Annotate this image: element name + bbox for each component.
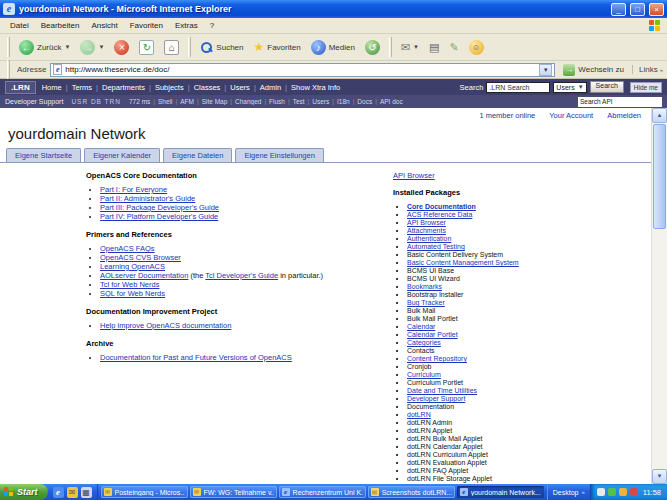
package-link[interactable]: Date and Time Utilities	[407, 387, 477, 394]
lrn-search-input[interactable]	[486, 82, 550, 93]
package-link[interactable]: Bookmarks	[407, 283, 442, 290]
vertical-scrollbar[interactable]: ▲ ▼	[651, 108, 667, 484]
scrollbar-track[interactable]	[652, 123, 667, 469]
doc-link[interactable]: Part I: For Everyone	[100, 185, 167, 194]
lrn-nav-subjects[interactable]: Subjects	[155, 83, 184, 92]
doc-link[interactable]: Part III: Package Developer's Guide	[100, 203, 219, 212]
developer-toggles[interactable]: USR DB TRN	[71, 98, 121, 105]
links-toolbar[interactable]: Links »	[632, 65, 663, 74]
tray-icon[interactable]	[630, 488, 638, 496]
history-button[interactable]: ↺	[361, 38, 384, 57]
dev-stat-shell[interactable]: Shell	[158, 98, 172, 105]
dev-stat-flush[interactable]: Flush	[269, 98, 285, 105]
address-bar-grip[interactable]	[7, 60, 10, 80]
package-link[interactable]: Categories	[407, 339, 441, 346]
package-link[interactable]: Calendar Portlet	[407, 331, 458, 338]
quick-launch-show-desktop-icon[interactable]: ▦	[81, 487, 92, 498]
dev-stat-docs[interactable]: Docs	[357, 98, 372, 105]
menu-item-bearbeiten[interactable]: Bearbeiten	[35, 21, 86, 30]
favorites-button[interactable]: ★ Favoriten	[250, 38, 305, 56]
go-button[interactable]: → Wechseln zu	[559, 64, 628, 76]
package-link[interactable]: Basic Content Management System	[407, 259, 519, 266]
menu-item-datei[interactable]: Datei	[4, 21, 35, 30]
package-link[interactable]: Core Documentation	[407, 203, 476, 210]
stop-button[interactable]: ×	[110, 38, 133, 57]
forward-dropdown-icon[interactable]: ▼	[98, 44, 104, 50]
dev-stat-site-map[interactable]: Site Map	[202, 98, 228, 105]
your-account-link[interactable]: Your Account	[549, 111, 593, 120]
doc-link[interactable]: Part II: Administrator's Guide	[100, 194, 195, 203]
tray-icon[interactable]	[597, 488, 605, 496]
menu-item-favoriten[interactable]: Favoriten	[124, 21, 169, 30]
logout-link[interactable]: Abmelden	[607, 111, 641, 120]
api-browser-link[interactable]: API Browser	[393, 171, 435, 180]
scrollbar-down-button[interactable]: ▼	[652, 469, 667, 484]
print-button[interactable]: ▤	[425, 39, 443, 56]
package-link[interactable]: dotLRN	[407, 411, 431, 418]
taskbar-task[interactable]: ✉FW: WG: Teilnahme v...	[190, 486, 277, 498]
refresh-button[interactable]: ↻	[135, 38, 158, 57]
lrn-nav-departments[interactable]: Departments	[102, 83, 145, 92]
tab-eigene-einstellungen[interactable]: Eigene Einstellungen	[235, 148, 323, 162]
back-dropdown-icon[interactable]: ▼	[64, 44, 70, 50]
package-link[interactable]: Calendar	[407, 323, 435, 330]
package-link[interactable]: Developer Support	[407, 395, 465, 402]
quick-launch-internet-explorer-icon[interactable]: e	[53, 487, 64, 498]
toolbar-grip[interactable]	[7, 37, 10, 57]
mail-button[interactable]: ✉ ▼	[397, 39, 423, 56]
media-button[interactable]: ♪ Medien	[307, 38, 359, 57]
lrn-nav-show-xtra-info[interactable]: Show Xtra Info	[291, 83, 340, 92]
tab-eigener-kalender[interactable]: Eigener Kalender	[84, 148, 160, 162]
lrn-nav-classes[interactable]: Classes	[194, 83, 221, 92]
dev-stat-test[interactable]: Test	[293, 98, 305, 105]
tray-icon[interactable]	[619, 488, 627, 496]
dev-stat-changed[interactable]: Changed	[235, 98, 261, 105]
doc-link[interactable]: Part IV: Platform Developer's Guide	[100, 212, 218, 221]
start-button[interactable]: Start	[0, 484, 48, 500]
package-link[interactable]: Automated Testing	[407, 243, 465, 250]
doc-link[interactable]: OpenACS CVS Browser	[100, 253, 181, 262]
search-button[interactable]: Suchen	[196, 39, 247, 56]
messenger-button[interactable]: ☺	[465, 38, 488, 57]
maximize-button[interactable]: □	[630, 3, 645, 16]
minimize-button[interactable]: _	[611, 3, 626, 16]
close-button[interactable]: ×	[649, 3, 664, 16]
dev-stat-i18n[interactable]: I18n	[337, 98, 350, 105]
taskbar-task[interactable]: eRechenzentrum Uni K...	[279, 486, 366, 498]
developer-support-label[interactable]: Developer Support	[5, 98, 63, 105]
address-dropdown-icon[interactable]: ▼	[539, 64, 552, 76]
dev-stat-772-ms[interactable]: 772 ms	[129, 98, 150, 105]
menu-item-extras[interactable]: Extras	[169, 21, 204, 30]
dev-stat-api-doc[interactable]: API doc	[380, 98, 403, 105]
mail-dropdown-icon[interactable]: ▼	[413, 44, 419, 50]
tray-icon[interactable]	[608, 488, 616, 496]
doc-link[interactable]: OpenACS FAQs	[100, 244, 155, 253]
package-link[interactable]: Content Repository	[407, 355, 467, 362]
tab-eigene-startseite[interactable]: Eigene Startseite	[6, 148, 81, 162]
lrn-nav-admin[interactable]: Admin	[260, 83, 281, 92]
menu-item-[interactable]: ?	[204, 21, 220, 30]
package-link[interactable]: Authentication	[407, 235, 451, 242]
menu-item-ansicht[interactable]: Ansicht	[85, 21, 123, 30]
lrn-nav-terms[interactable]: Terms	[72, 83, 92, 92]
doc-link[interactable]: Learning OpenACS	[100, 262, 165, 271]
desktop-toolbar[interactable]: Desktop »	[547, 484, 590, 500]
doc-link[interactable]: Help improve OpenACS documentation	[100, 321, 231, 330]
lrn-logo[interactable]: .LRN	[5, 81, 36, 94]
lrn-nav-users[interactable]: Users	[230, 83, 250, 92]
package-link[interactable]: Curriculum	[407, 371, 441, 378]
quick-launch-outlook-icon[interactable]: ✉	[67, 487, 78, 498]
forward-button[interactable]: → ▼	[76, 38, 108, 57]
lrn-nav-home[interactable]: Home	[42, 83, 62, 92]
lrn-search-button[interactable]: Search	[590, 81, 624, 93]
taskbar-task[interactable]: eyourdomain Network...	[457, 486, 544, 498]
taskbar-task[interactable]: ▤Screenshots dotLRN...	[368, 486, 455, 498]
api-search-input[interactable]	[578, 98, 667, 105]
back-button[interactable]: ← Zurück ▼	[15, 38, 74, 57]
doc-link[interactable]: Documentation for Past and Future Versio…	[100, 353, 292, 362]
address-input[interactable]	[65, 65, 536, 74]
edit-button[interactable]: ✎	[445, 39, 462, 56]
scrollbar-up-button[interactable]: ▲	[652, 108, 667, 123]
home-button[interactable]: ⌂	[160, 38, 183, 57]
dev-stat-users[interactable]: Users	[312, 98, 329, 105]
